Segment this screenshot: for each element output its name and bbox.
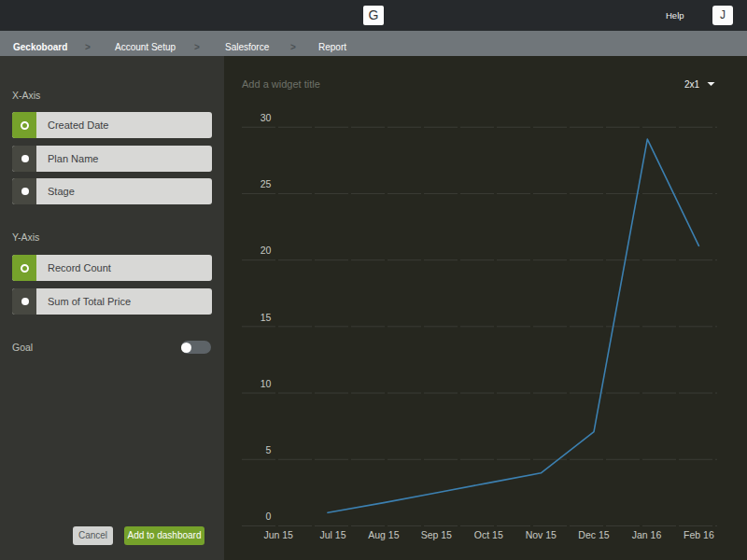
svg-text:Jul 15: Jul 15 [319, 529, 345, 540]
svg-text:5: 5 [266, 444, 272, 455]
svg-text:20: 20 [261, 245, 272, 256]
svg-text:Feb 16: Feb 16 [684, 529, 714, 540]
svg-text:Jan 16: Jan 16 [632, 529, 662, 540]
svg-text:0: 0 [266, 511, 272, 522]
svg-text:Sep 15: Sep 15 [421, 529, 452, 540]
svg-text:Oct 15: Oct 15 [474, 529, 503, 540]
svg-text:Dec 15: Dec 15 [578, 529, 609, 540]
svg-text:Nov 15: Nov 15 [526, 529, 557, 540]
svg-text:15: 15 [261, 312, 272, 323]
svg-text:Aug 15: Aug 15 [368, 529, 399, 540]
svg-text:10: 10 [261, 378, 272, 389]
svg-text:25: 25 [261, 178, 272, 189]
svg-text:30: 30 [261, 112, 272, 123]
svg-text:Jun 15: Jun 15 [263, 529, 293, 540]
